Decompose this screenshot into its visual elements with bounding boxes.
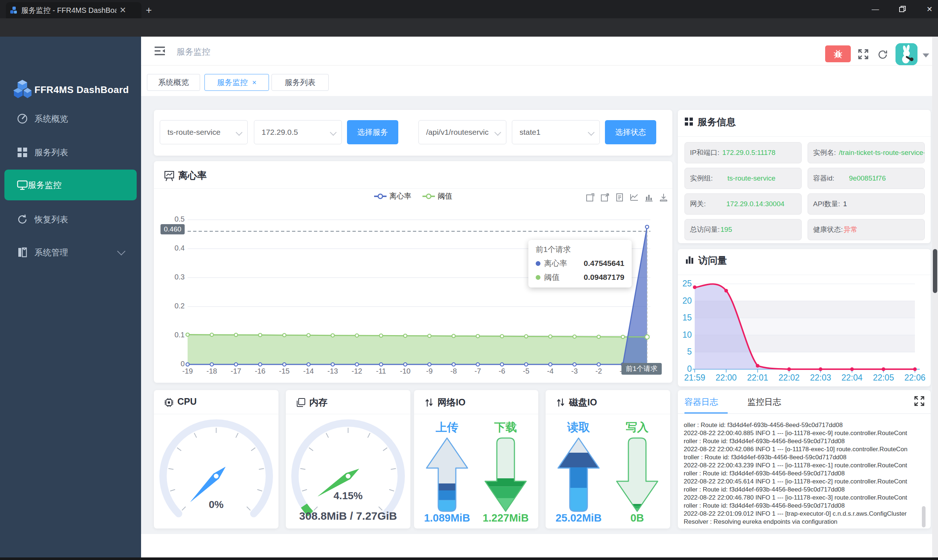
chart-toolbox xyxy=(585,193,668,202)
screen: 服务监控 - FFR4MS DashBoard ✕ + — ✕ ← i loca… xyxy=(0,0,938,560)
sidebar-item-service-list[interactable]: 服务列表 xyxy=(0,142,141,163)
api-select[interactable]: /api/v1/routeservic xyxy=(419,120,507,144)
page-scrollbar-thumb[interactable] xyxy=(933,249,937,293)
memory-percent: 4.15% xyxy=(286,490,410,502)
tab-close-icon[interactable]: ✕ xyxy=(119,6,126,15)
axis-tick-label: 0.4 xyxy=(154,244,185,252)
updown-arrows-icon xyxy=(424,398,434,407)
window-minimize-button[interactable]: — xyxy=(867,0,884,18)
toolbox-line-icon[interactable] xyxy=(630,193,639,202)
read-value: 25.02MiB xyxy=(546,512,611,524)
log-line: Resolver : Resolving eureka endpoints vi… xyxy=(684,518,921,526)
log-line: 2022-08-22 22:00:40.885 INFO 1 --- [io-1… xyxy=(684,429,921,437)
sidebar-item-service-monitor[interactable]: 服务监控 xyxy=(5,169,137,200)
sidebar-fold-icon[interactable] xyxy=(154,45,166,58)
sidebar-item-system-admin[interactable]: 系统管理 xyxy=(0,242,141,263)
log-line: 2022-08-22 22:00:46.780 INFO 1 --- [io-1… xyxy=(684,494,921,502)
fullscreen-icon[interactable] xyxy=(857,48,869,62)
log-line: roller : Route id: f3d4d4ef-693b-4456-8e… xyxy=(684,486,921,494)
select-service-button[interactable]: 选择服务 xyxy=(347,120,398,144)
state-select-value: state1 xyxy=(519,128,541,137)
axis-tick-label: 22:06 xyxy=(899,373,931,383)
visits-chart[interactable] xyxy=(678,249,931,386)
log-line: 2022-08-22 22:01:09.012 INFO 1 --- [trap… xyxy=(684,510,921,518)
avatar-caret-icon[interactable] xyxy=(923,54,929,57)
axis-pointer-badge: 前1个请求 xyxy=(621,363,662,375)
user-avatar[interactable] xyxy=(895,43,918,65)
chevron-down-icon xyxy=(236,129,242,135)
grid-icon xyxy=(17,147,28,158)
book-icon xyxy=(17,247,28,258)
info-value: 172.29.0.5:11178 xyxy=(722,149,775,157)
upload-label: 上传 xyxy=(418,420,476,435)
legend-item-eccentricity[interactable]: 离心率 xyxy=(374,191,411,201)
info-label: 实例组: xyxy=(690,174,713,183)
sidebar-item-recovery-list[interactable]: 恢复列表 xyxy=(0,209,141,230)
select-state-button[interactable]: 选择状态 xyxy=(605,120,656,144)
axis-tick-label: 10 xyxy=(678,330,692,340)
divider xyxy=(414,414,538,414)
service-select[interactable]: ts-route-service xyxy=(160,120,248,144)
toolbox-dataview-icon[interactable] xyxy=(615,193,624,202)
tag-label: 服务监控 xyxy=(217,77,248,88)
info-value: 异常 xyxy=(844,225,857,234)
window-restore-button[interactable] xyxy=(894,0,911,18)
window-close-button[interactable]: ✕ xyxy=(921,0,938,18)
disk-io-arrows xyxy=(545,436,670,515)
tooltip-series-value: 0.47545641 xyxy=(584,259,624,268)
debug-bug-button[interactable] xyxy=(825,45,851,62)
tag-service-monitor[interactable]: 服务监控× xyxy=(205,74,269,91)
eccentricity-chart[interactable] xyxy=(154,205,672,383)
logs-scrollbar-thumb[interactable] xyxy=(922,506,926,528)
info-value: 9e00851f76 xyxy=(849,174,886,182)
browser-tab[interactable]: 服务监控 - FFR4MS DashBoard ✕ xyxy=(6,2,142,18)
state-select[interactable]: state1 xyxy=(512,120,600,144)
axis-tick-label: 0.2 xyxy=(154,302,185,310)
memory-gauge[interactable] xyxy=(286,414,410,524)
divider xyxy=(678,136,931,137)
tag-service-list[interactable]: 服务列表 xyxy=(271,74,329,91)
ip-select[interactable]: 172.29.0.5 xyxy=(254,120,342,144)
download-label: 下载 xyxy=(476,420,535,435)
tab-monitor-logs[interactable]: 监控日志 xyxy=(747,396,781,408)
restore-icon xyxy=(899,6,906,12)
page-scrollbar-track[interactable] xyxy=(932,37,938,557)
series-dot-icon xyxy=(536,261,541,266)
chevron-down-icon xyxy=(330,129,336,135)
info-cell-container-id: 容器id:9e00851f76 xyxy=(807,168,925,189)
ecc-x-axis-labels: -19-18-17-16-15-14-13-12-11-10-9-8-7-6-5… xyxy=(154,367,672,378)
axis-tick-label: 22:01 xyxy=(742,373,773,383)
tooltip-series-name: 离心率 xyxy=(544,258,567,268)
memory-title: 内存 xyxy=(309,396,328,408)
log-lines[interactable]: oller : Route id: f3d4d4ef-693b-4456-8ee… xyxy=(684,421,921,526)
sidebar-item-label: 系统管理 xyxy=(34,247,68,258)
tag-close-icon[interactable]: × xyxy=(252,78,256,87)
toolbox-bar-icon[interactable] xyxy=(644,193,654,202)
toolbox-datazoom-icon[interactable] xyxy=(585,193,595,202)
chart-tooltip: 前1个请求 离心率 0.47545641 阈值 0.09487179 xyxy=(528,240,631,288)
toolbox-restore-icon[interactable] xyxy=(600,193,610,202)
new-tab-button[interactable]: + xyxy=(146,5,152,16)
info-value: 172.29.0.14:30004 xyxy=(726,200,784,208)
toolbox-download-icon[interactable] xyxy=(659,193,668,202)
info-label: 健康状态: xyxy=(813,225,843,234)
axis-tick-label: 22:00 xyxy=(710,373,742,383)
log-line: roller : Route id: f3d4d4ef-693b-4456-8e… xyxy=(684,437,921,445)
legend-item-threshold[interactable]: 阈值 xyxy=(422,191,453,201)
header-refresh-icon[interactable] xyxy=(877,49,888,62)
divider xyxy=(154,188,672,189)
network-io-arrows xyxy=(414,436,538,515)
info-cell-total-visits: 总访问量:195 xyxy=(684,219,802,240)
info-cell-ip-port: IP和端口:172.29.0.5:11178 xyxy=(684,142,802,163)
window-bottom-border xyxy=(0,557,938,560)
logs-expand-icon[interactable] xyxy=(914,395,925,408)
sidebar-item-overview[interactable]: 系统概览 xyxy=(0,108,141,129)
info-grid-icon xyxy=(684,117,693,126)
memory-usage-detail: 308.8MiB / 7.27GiB xyxy=(286,510,410,522)
axis-tick-label: 21:59 xyxy=(679,373,710,383)
info-label: 容器id: xyxy=(813,174,834,183)
tag-overview[interactable]: 系统概览 xyxy=(147,74,200,91)
tooltip-row: 离心率 0.47545641 xyxy=(536,258,624,268)
tab-container-logs[interactable]: 容器日志 xyxy=(684,396,718,408)
chevron-down-icon xyxy=(117,247,126,255)
